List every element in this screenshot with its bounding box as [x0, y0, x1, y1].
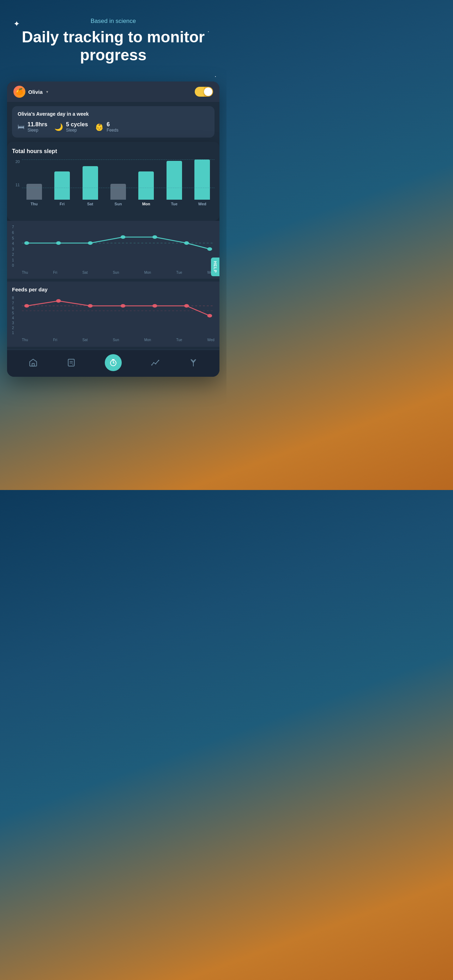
bar-sat-label: Sat — [87, 202, 93, 206]
bottom-nav — [7, 350, 219, 377]
feeds-svg-wrapper — [22, 296, 215, 335]
cycles-y-1: 1 — [12, 258, 16, 262]
bed-icon: 🛏 — [17, 123, 25, 131]
sleep-hours-value: 11.8hrs — [27, 121, 47, 128]
user-profile[interactable]: 🍊 Olivia ▾ — [13, 86, 48, 98]
user-name: Olivia — [28, 89, 43, 95]
theme-toggle[interactable]: ☀ — [195, 87, 213, 97]
cycles-x-sun: Sun — [113, 270, 119, 274]
bar-sat: Sat — [78, 159, 102, 206]
feeds-y-4: 4 — [12, 316, 16, 320]
bar-mon-bar — [138, 172, 154, 200]
cycles-y-3: 3 — [12, 247, 16, 251]
y-label-11: 11 — [12, 183, 22, 187]
nav-home[interactable] — [29, 358, 38, 367]
feeds-y-5: 5 — [12, 311, 16, 315]
feeds-y-1: 1 — [12, 331, 16, 335]
summary-card: Olivia's Average day in a week 🛏 11.8hrs… — [12, 106, 215, 138]
help-button[interactable]: HELP — [211, 258, 219, 276]
svg-rect-18 — [68, 360, 74, 366]
cycles-x-fri: Fri — [53, 270, 57, 274]
nav-timer[interactable] — [105, 354, 122, 371]
feeds-x-fri: Fri — [53, 338, 57, 342]
summary-stats: 🛏 11.8hrs Sleep 🌙 5 cycles Sleep 👶 6 Fee… — [17, 121, 209, 133]
timer-icon-wrapper — [105, 354, 122, 371]
cycles-y-0: 0 — [12, 264, 16, 267]
sun-icon: ☀ — [197, 89, 202, 95]
svg-point-1 — [24, 241, 29, 245]
cycles-y-6: 6 — [12, 231, 16, 235]
nav-growth[interactable] — [189, 358, 198, 367]
bar-sun-label: Sun — [114, 202, 122, 206]
stat-feeds: 👶 6 Feeds — [95, 121, 118, 133]
bar-thu-bar — [27, 184, 42, 200]
grid-line-mid — [22, 188, 215, 188]
feeds-y-7: 7 — [12, 301, 16, 305]
bar-sun: Sun — [106, 159, 130, 206]
cycles-svg — [22, 225, 215, 267]
svg-point-5 — [153, 235, 157, 239]
cycles-chart-area: 7 6 5 4 3 2 1 0 — [12, 225, 215, 274]
feeds-chart-section: Feeds per day 8 7 6 5 4 3 2 1 — [7, 282, 219, 347]
svg-point-16 — [207, 314, 212, 318]
y-axis: 20 11 — [12, 159, 22, 216]
nav-trends[interactable] — [151, 358, 160, 367]
feeds-x-sun: Sun — [113, 338, 119, 342]
svg-point-11 — [56, 299, 61, 303]
hero-title: Daily tracking to monitor progress — [14, 28, 212, 64]
star-decoration-1: ✦ — [13, 19, 20, 29]
hero-subtitle: Based in science — [14, 18, 212, 25]
feeds-y-8: 8 — [12, 296, 16, 300]
sleep-hours-chart: Total hours slept 20 11 Thu Fri — [7, 142, 219, 221]
baby-icon: 👶 — [95, 123, 104, 131]
svg-point-14 — [153, 304, 157, 308]
feeds-value: 6 — [106, 121, 118, 128]
cycles-y-5: 5 — [12, 236, 16, 240]
bar-fri-bar — [54, 172, 70, 200]
star-decoration-3: • — [215, 75, 216, 78]
bar-mon: Mon — [134, 159, 158, 206]
bar-thu-label: Thu — [31, 202, 38, 206]
report-icon — [67, 358, 76, 367]
bar-sun-bar — [110, 184, 126, 200]
svg-point-3 — [88, 241, 93, 245]
trends-icon — [151, 358, 160, 367]
svg-point-27 — [155, 363, 156, 364]
chevron-down-icon: ▾ — [46, 90, 48, 94]
sleep-cycles-value: 5 cycles — [66, 121, 88, 128]
avatar: 🍊 — [13, 86, 25, 98]
svg-point-7 — [207, 247, 212, 251]
cycles-y-4: 4 — [12, 242, 16, 245]
bar-tue-bar — [167, 161, 182, 200]
feeds-label: Feeds — [106, 128, 118, 133]
feeds-y-3: 3 — [12, 321, 16, 325]
sleep-cycles-label: Sleep — [66, 128, 88, 133]
bar-tue-label: Tue — [171, 202, 178, 206]
feeds-x-labels: Thu Fri Sat Sun Mon Tue Wed — [22, 338, 215, 342]
feeds-y-axis: 8 7 6 5 4 3 2 1 — [12, 296, 16, 335]
svg-point-12 — [88, 304, 93, 308]
bar-mon-label: Mon — [142, 202, 150, 206]
bar-fri-label: Fri — [60, 202, 65, 206]
nav-report[interactable] — [67, 358, 76, 367]
bar-chart-wrapper: 20 11 Thu Fri — [12, 159, 215, 216]
feeds-svg — [22, 296, 215, 335]
feeds-x-wed: Wed — [207, 338, 215, 342]
svg-point-25 — [151, 364, 153, 366]
summary-title: Olivia's Average day in a week — [17, 111, 209, 117]
sleep-hours-label: Sleep — [27, 128, 47, 133]
cycles-x-thu: Thu — [22, 270, 28, 274]
feeds-x-tue: Tue — [176, 338, 182, 342]
cycles-x-labels: Thu Fri Sat Sun Mon Tue Wed — [22, 270, 215, 274]
sleep-cycles-chart: 7 6 5 4 3 2 1 0 — [7, 221, 219, 279]
home-icon — [29, 358, 38, 367]
svg-point-6 — [184, 241, 189, 245]
bar-wed: Wed — [190, 159, 215, 206]
feeds-y-6: 6 — [12, 306, 16, 310]
svg-point-2 — [56, 241, 61, 245]
svg-point-15 — [184, 304, 189, 308]
grid-line-top — [22, 159, 215, 160]
bar-fri: Fri — [50, 159, 74, 206]
svg-point-13 — [121, 304, 126, 308]
cycles-y-2: 2 — [12, 253, 16, 256]
